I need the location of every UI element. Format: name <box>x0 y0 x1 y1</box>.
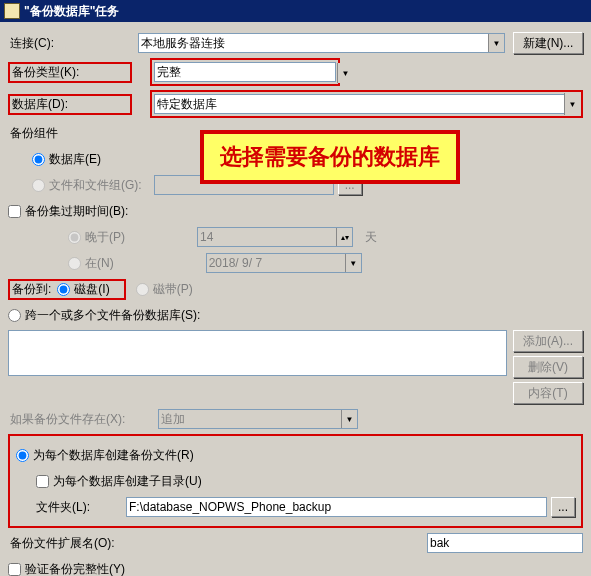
group-create-per-db: 为每个数据库创建备份文件(R) 为每个数据库创建子目录(U) 文件夹(L): .… <box>8 434 583 528</box>
label-if-exists: 如果备份文件存在(X): <box>8 411 158 428</box>
label-connection: 连接(C): <box>8 35 138 52</box>
label-ext: 备份文件扩展名(O): <box>8 535 158 552</box>
radio-database-input[interactable] <box>32 153 45 166</box>
browse-folder-button[interactable]: ... <box>551 497 575 517</box>
label-backup-type: 备份类型(K): <box>8 62 132 83</box>
row-expire: 备份集过期时间(B): <box>8 200 583 222</box>
select-connection[interactable] <box>138 33 505 53</box>
label-days: 天 <box>365 229 377 246</box>
window-titlebar: "备份数据库"任务 <box>0 0 591 22</box>
chevron-down-icon[interactable]: ▼ <box>337 63 353 83</box>
row-backup-type: 备份类型(K): ▼ <box>8 58 583 86</box>
backup-file-list[interactable] <box>8 330 507 376</box>
row-database: 数据库(D): ▼ <box>8 90 583 118</box>
ext-textbox[interactable] <box>427 533 583 553</box>
radio-later-than <box>68 231 81 244</box>
select-database[interactable] <box>154 94 579 114</box>
radio-at <box>68 257 81 270</box>
row-at: 在(N) ▼ <box>8 252 583 274</box>
chevron-down-icon[interactable]: ▼ <box>564 93 580 115</box>
add-button: 添加(A)... <box>513 330 583 352</box>
row-file-list: 添加(A)... 删除(V) 内容(T) <box>8 330 583 404</box>
label-folder: 文件夹(L): <box>36 499 126 516</box>
select-if-exists <box>158 409 358 429</box>
remove-button: 删除(V) <box>513 356 583 378</box>
date-picker <box>206 253 362 273</box>
window-title: "备份数据库"任务 <box>24 3 119 20</box>
row-if-exists: 如果备份文件存在(X): ▼ <box>8 408 583 430</box>
window-icon <box>4 3 20 19</box>
row-connection: 连接(C): ▼ 新建(N)... <box>8 32 583 54</box>
new-button[interactable]: 新建(N)... <box>513 32 583 54</box>
check-expire[interactable] <box>8 205 21 218</box>
radio-create-per-db[interactable] <box>16 449 29 462</box>
label-backup-to: 备份到: <box>12 281 51 298</box>
label-database: 数据库(D): <box>8 94 132 115</box>
contents-button: 内容(T) <box>513 382 583 404</box>
spinner-arrows-icon: ▴▾ <box>336 228 352 246</box>
radio-span[interactable] <box>8 309 21 322</box>
row-span: 跨一个或多个文件备份数据库(S): <box>8 304 583 326</box>
callout-annotation: 选择需要备份的数据库 <box>200 130 460 184</box>
chevron-down-icon: ▼ <box>341 410 357 428</box>
radio-tape <box>136 283 149 296</box>
label-backup-component: 备份组件 <box>8 125 138 142</box>
chevron-down-icon: ▼ <box>345 254 361 272</box>
row-backup-to: 备份到: 磁盘(I) 磁带(P) <box>8 278 583 300</box>
spinner-days <box>197 227 353 247</box>
radio-disk[interactable] <box>57 283 70 296</box>
check-create-subdir[interactable] <box>36 475 49 488</box>
check-verify[interactable] <box>8 563 21 576</box>
chevron-down-icon[interactable]: ▼ <box>488 34 504 52</box>
row-later-than: 晚于(P) ▴▾ 天 <box>8 226 583 248</box>
radio-files-input <box>32 179 45 192</box>
row-ext: 备份文件扩展名(O): <box>8 532 583 554</box>
folder-textbox[interactable] <box>126 497 547 517</box>
select-backup-type[interactable] <box>154 62 336 82</box>
row-verify: 验证备份完整性(Y) <box>8 558 583 576</box>
